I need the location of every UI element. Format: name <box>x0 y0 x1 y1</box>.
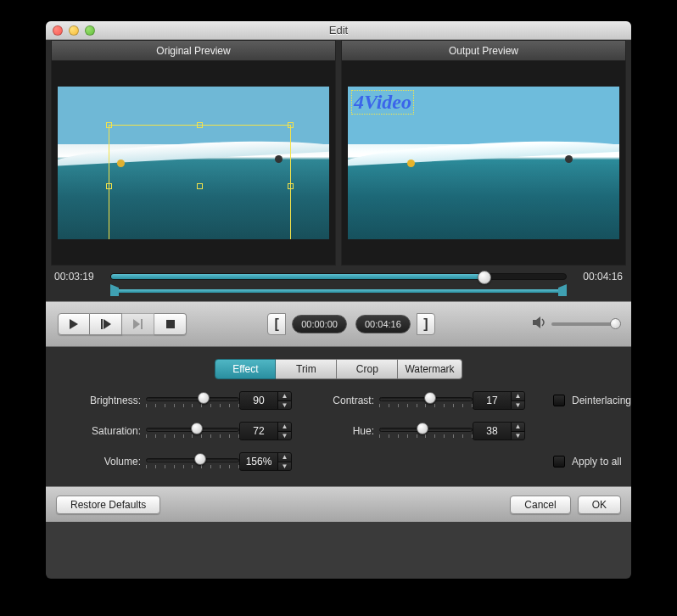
svg-marker-0 <box>110 284 119 296</box>
window-controls <box>53 25 95 36</box>
original-preview-frame <box>51 60 336 266</box>
minimize-window-button[interactable] <box>69 25 79 36</box>
contrast-slider[interactable] <box>379 393 473 408</box>
trim-range <box>54 284 623 298</box>
trim-in-handle[interactable] <box>110 284 119 296</box>
tab-watermark[interactable]: Watermark <box>398 359 462 379</box>
crop-handle-top-left[interactable] <box>106 122 112 128</box>
timeline-track[interactable] <box>110 273 567 280</box>
apply-to-all-option[interactable]: Apply to all <box>536 456 631 468</box>
brightness-label: Brightness: <box>61 395 146 406</box>
zoom-window-button[interactable] <box>85 25 95 36</box>
output-preview-video: 4Video <box>348 87 619 239</box>
ok-button[interactable]: OK <box>578 496 621 514</box>
effect-volume-slider[interactable] <box>146 454 239 469</box>
out-point-time[interactable]: 00:04:16 <box>355 315 411 333</box>
saturation-up[interactable]: ▲ <box>278 423 291 432</box>
deinterlacing-label: Deinterlacing <box>572 395 631 406</box>
timeline-playhead[interactable] <box>478 271 491 284</box>
output-preview-header: Output Preview <box>341 40 626 60</box>
in-point-time[interactable]: 00:00:00 <box>292 315 347 333</box>
hue-up[interactable]: ▲ <box>512 423 524 432</box>
play-button[interactable] <box>58 313 90 335</box>
effects-panel: Effect Trim Crop Watermark Brightness: 9… <box>46 347 631 486</box>
timeline-current-time: 00:03:19 <box>54 271 105 283</box>
svg-marker-4 <box>104 319 111 329</box>
volume-label: Volume: <box>61 456 146 468</box>
hue-slider[interactable] <box>379 423 473 439</box>
tab-trim[interactable]: Trim <box>276 359 337 379</box>
svg-marker-5 <box>133 319 140 329</box>
crop-handle-right[interactable] <box>288 183 294 189</box>
saturation-stepper[interactable]: 72 ▲▼ <box>239 422 292 440</box>
watermark-box[interactable]: 4Video <box>351 90 414 115</box>
crop-handle-top-right[interactable] <box>288 122 294 128</box>
step-forward-icon <box>101 319 111 329</box>
play-icon <box>70 319 78 329</box>
window-title: Edit <box>46 24 631 36</box>
crop-handle-left[interactable] <box>106 183 112 189</box>
apply-to-all-label: Apply to all <box>572 456 622 468</box>
volume-icon <box>533 316 546 332</box>
svg-marker-8 <box>533 316 540 328</box>
saturation-label: Saturation: <box>61 425 146 437</box>
volume-up[interactable]: ▲ <box>278 453 291 462</box>
trim-out-handle[interactable] <box>558 284 567 296</box>
contrast-up[interactable]: ▲ <box>512 392 524 401</box>
brightness-slider[interactable] <box>146 393 239 408</box>
hue-stepper[interactable]: 38 ▲▼ <box>473 422 525 440</box>
brightness-stepper[interactable]: 90 ▲▼ <box>239 391 292 410</box>
apply-to-all-checkbox[interactable] <box>553 456 565 468</box>
brightness-value: 90 <box>240 392 277 409</box>
restore-defaults-button[interactable]: Restore Defaults <box>56 496 160 514</box>
contrast-label: Contrast: <box>303 395 379 406</box>
contrast-down[interactable]: ▼ <box>512 401 524 410</box>
contrast-stepper[interactable]: 17 ▲▼ <box>473 391 525 410</box>
saturation-down[interactable]: ▼ <box>278 432 291 440</box>
timeline-total-time: 00:04:16 <box>572 271 623 283</box>
watermark-text: 4Video <box>354 91 411 113</box>
cancel-button[interactable]: Cancel <box>510 496 570 514</box>
tab-effect[interactable]: Effect <box>215 359 276 379</box>
crop-handle-center[interactable] <box>197 183 203 189</box>
close-window-button[interactable] <box>53 25 63 36</box>
set-out-point-button[interactable]: ] <box>417 313 435 335</box>
tab-crop[interactable]: Crop <box>337 359 398 379</box>
saturation-value: 72 <box>240 423 277 440</box>
output-preview-frame: 4Video <box>341 60 626 266</box>
svg-rect-7 <box>166 320 175 328</box>
original-preview-video <box>58 87 329 239</box>
next-icon <box>133 319 143 329</box>
titlebar: Edit <box>46 21 631 40</box>
volume-down[interactable]: ▼ <box>278 462 291 471</box>
hue-label: Hue: <box>303 425 379 437</box>
saturation-slider[interactable] <box>146 423 239 439</box>
brightness-up[interactable]: ▲ <box>278 392 291 401</box>
volume-slider[interactable] <box>551 322 619 326</box>
tab-bar: Effect Trim Crop Watermark <box>61 359 616 379</box>
footer: Restore Defaults Cancel OK <box>46 486 631 522</box>
set-in-point-button[interactable]: [ <box>267 313 286 335</box>
contrast-value: 17 <box>473 392 511 409</box>
effect-volume-stepper[interactable]: 156% ▲▼ <box>239 452 292 471</box>
timeline-progress-fill <box>111 274 484 279</box>
deinterlacing-option[interactable]: Deinterlacing <box>536 395 631 406</box>
crop-selection[interactable] <box>109 125 291 239</box>
stop-button[interactable] <box>154 313 187 335</box>
step-forward-button[interactable] <box>90 313 122 335</box>
timeline: 00:03:19 00:04:16 <box>46 266 631 301</box>
stop-icon <box>166 320 175 328</box>
preview-row: Original Preview <box>46 40 631 266</box>
edit-window: Edit Original Preview <box>46 21 631 579</box>
hue-down[interactable]: ▼ <box>512 432 524 440</box>
brightness-down[interactable]: ▼ <box>278 401 291 410</box>
volume-knob[interactable] <box>610 318 621 329</box>
svg-rect-6 <box>141 319 143 329</box>
svg-marker-2 <box>70 319 78 329</box>
next-button[interactable] <box>122 313 154 335</box>
svg-marker-1 <box>558 284 567 296</box>
effect-volume-value: 156% <box>240 453 277 470</box>
deinterlacing-checkbox[interactable] <box>553 395 565 406</box>
svg-rect-3 <box>101 319 103 329</box>
crop-handle-top[interactable] <box>197 122 203 128</box>
